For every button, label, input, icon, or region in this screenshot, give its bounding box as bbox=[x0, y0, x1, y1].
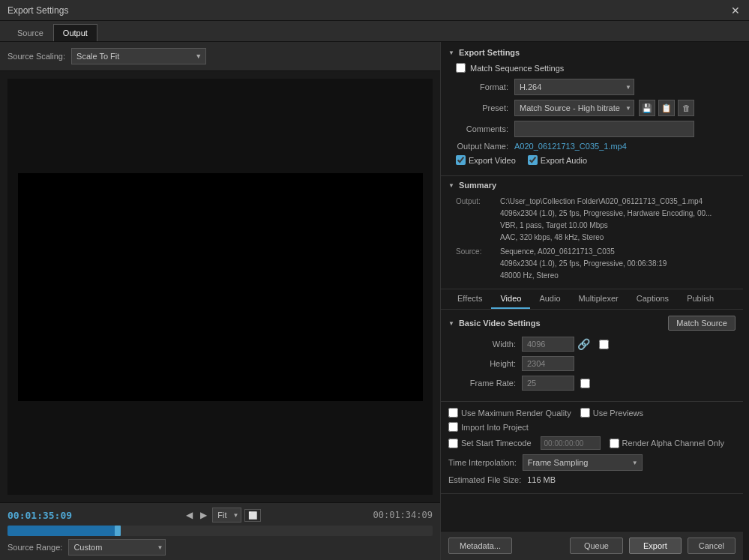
start-timecode-checkbox[interactable] bbox=[448, 439, 458, 448]
tab-source[interactable]: Source bbox=[7, 24, 53, 41]
tab-effects[interactable]: Effects bbox=[448, 289, 491, 309]
summary-source-row: Source: Sequence, A020_06121713_C035 409… bbox=[456, 246, 736, 282]
bvs-header: ▼ Basic Video Settings Match Source bbox=[448, 316, 736, 331]
height-row: Height: bbox=[448, 356, 736, 371]
frame-rate-checkbox[interactable] bbox=[580, 379, 590, 388]
comments-label: Comments: bbox=[456, 124, 508, 133]
playback-handle[interactable] bbox=[115, 526, 121, 536]
export-button[interactable]: Export bbox=[629, 538, 682, 554]
next-frame-button[interactable]: ▶ bbox=[198, 510, 209, 520]
preset-select-wrapper: Match Source - High bitrate ▼ bbox=[514, 100, 634, 116]
bvs-header-left: ▼ Basic Video Settings bbox=[448, 319, 541, 328]
preset-row: Preset: Match Source - High bitrate ▼ 💾 … bbox=[448, 100, 736, 116]
height-input[interactable] bbox=[522, 356, 574, 371]
format-select[interactable]: H.264 bbox=[514, 79, 634, 95]
source-scaling-label: Source Scaling: bbox=[7, 52, 65, 61]
width-row: Width: 🔗 bbox=[448, 337, 736, 352]
delete-preset-button[interactable]: 🗑 bbox=[678, 100, 694, 116]
export-video-label: Export Video bbox=[469, 156, 516, 165]
tab-captions[interactable]: Captions bbox=[628, 289, 678, 309]
timecode-row: Set Start Timecode Render Alpha Channel … bbox=[448, 436, 736, 450]
render-alpha-checkbox[interactable] bbox=[610, 439, 619, 448]
export-checks-row: Export Video Export Audio bbox=[448, 155, 736, 165]
filesize-value: 116 MB bbox=[527, 475, 556, 484]
timecode-right: 00:01:34:09 bbox=[373, 510, 433, 520]
max-render-checkbox[interactable] bbox=[448, 408, 458, 418]
action-buttons: Queue Export Cancel bbox=[570, 538, 736, 554]
output-name-row: Output Name: A020_06121713_C035_1.mp4 bbox=[448, 142, 736, 151]
playback-bar[interactable] bbox=[7, 526, 433, 536]
tab-multiplexer[interactable]: Multiplexer bbox=[570, 289, 628, 309]
timeline-controls: 00:01:35:09 ◀ ▶ Fit ▼ ⬜ 00:01:34:09 bbox=[0, 502, 440, 560]
right-panel: ▼ Export Settings Match Sequence Setting… bbox=[441, 42, 749, 560]
main-layout: Source Scaling: Scale To Fit ▼ 00:01:35:… bbox=[0, 42, 749, 560]
export-audio-checkbox[interactable] bbox=[528, 155, 538, 165]
collapse-icon[interactable]: ▼ bbox=[448, 182, 454, 189]
fit-select[interactable]: Fit bbox=[212, 508, 241, 523]
collapse-icon[interactable]: ▼ bbox=[448, 49, 454, 56]
fullscreen-button[interactable]: ⬜ bbox=[244, 509, 261, 522]
import-preset-button[interactable]: 📋 bbox=[658, 100, 675, 116]
source-range-label: Source Range: bbox=[7, 543, 62, 552]
extra-settings: Use Maximum Render Quality Use Previews … bbox=[441, 402, 743, 494]
timecode-row: 00:01:35:09 ◀ ▶ Fit ▼ ⬜ 00:01:34:09 bbox=[7, 508, 433, 523]
fit-select-wrapper: Fit ▼ bbox=[212, 508, 241, 523]
bottom-buttons: Metadata... Queue Export Cancel bbox=[441, 531, 743, 560]
format-row: Format: H.264 ▼ bbox=[448, 79, 736, 95]
close-button[interactable]: ✕ bbox=[730, 4, 742, 16]
source-range-select[interactable]: Custom bbox=[68, 539, 166, 556]
source-range-select-wrapper: Custom ▼ bbox=[68, 539, 166, 556]
source-range-row: Source Range: Custom ▼ bbox=[7, 539, 433, 556]
prev-frame-button[interactable]: ◀ bbox=[184, 510, 195, 520]
width-label: Width: bbox=[456, 340, 516, 349]
match-sequence-row: Match Sequence Settings bbox=[448, 63, 736, 73]
summary-label: Summary bbox=[459, 181, 496, 190]
queue-button[interactable]: Queue bbox=[570, 538, 623, 554]
export-settings-header: ▼ Export Settings bbox=[448, 48, 736, 57]
import-into-project-check: Import Into Project bbox=[448, 422, 529, 432]
scaling-select-wrapper: Scale To Fit ▼ bbox=[71, 48, 206, 64]
window-title: Export Settings bbox=[7, 5, 68, 16]
export-audio-check: Export Audio bbox=[528, 155, 587, 165]
right-panel-wrapper: ▼ Export Settings Match Sequence Setting… bbox=[441, 42, 749, 560]
metadata-button[interactable]: Metadata... bbox=[448, 538, 512, 554]
width-input[interactable] bbox=[522, 337, 574, 352]
preset-label: Preset: bbox=[456, 103, 508, 112]
match-sequence-checkbox[interactable] bbox=[456, 63, 466, 73]
output-name-link[interactable]: A020_06121713_C035_1.mp4 bbox=[514, 142, 627, 151]
filesize-label: Estimated File Size: bbox=[448, 475, 521, 484]
basic-video-settings-label: Basic Video Settings bbox=[459, 319, 541, 328]
frame-rate-input[interactable] bbox=[522, 376, 574, 391]
tab-output[interactable]: Output bbox=[53, 24, 97, 41]
export-video-checkbox[interactable] bbox=[456, 155, 466, 165]
cancel-button[interactable]: Cancel bbox=[688, 538, 736, 554]
start-timecode-input[interactable] bbox=[541, 436, 601, 450]
summary-output-row: Output: C:\User_top\Collection Folder\A0… bbox=[456, 196, 736, 244]
save-preset-button[interactable]: 💾 bbox=[639, 100, 655, 116]
render-alpha-label: Render Alpha Channel Only bbox=[622, 439, 724, 448]
summary-source-val: Sequence, A020_06121713_C035 4096x2304 (… bbox=[500, 246, 667, 282]
tab-video[interactable]: Video bbox=[491, 289, 530, 309]
comments-input[interactable] bbox=[514, 121, 694, 137]
tab-audio[interactable]: Audio bbox=[530, 289, 569, 309]
import-into-project-label: Import Into Project bbox=[461, 423, 529, 432]
left-panel: Source Scaling: Scale To Fit ▼ 00:01:35:… bbox=[0, 42, 441, 560]
interpolation-row: Time Interpolation: Frame Sampling ▼ bbox=[448, 454, 736, 471]
import-into-project-checkbox[interactable] bbox=[448, 422, 458, 432]
video-tabs-bar: Effects Video Audio Multiplexer Captions… bbox=[441, 289, 743, 310]
scaling-select[interactable]: Scale To Fit bbox=[71, 48, 206, 64]
summary-section: ▼ Summary Output: C:\User_top\Collection… bbox=[441, 176, 743, 289]
filesize-row: Estimated File Size: 116 MB bbox=[448, 475, 736, 484]
summary-source-key: Source: bbox=[456, 246, 497, 282]
tab-publish[interactable]: Publish bbox=[678, 289, 723, 309]
match-sequence-label: Match Sequence Settings bbox=[470, 64, 564, 73]
link-dimensions-icon: 🔗 bbox=[577, 338, 590, 350]
preset-select[interactable]: Match Source - High bitrate bbox=[514, 100, 634, 116]
use-previews-check: Use Previews bbox=[580, 408, 643, 418]
use-previews-checkbox[interactable] bbox=[580, 408, 590, 418]
frame-rate-label: Frame Rate: bbox=[456, 379, 516, 388]
interpolation-select[interactable]: Frame Sampling bbox=[523, 454, 643, 471]
width-checkbox[interactable] bbox=[599, 340, 609, 349]
match-source-button[interactable]: Match Source bbox=[668, 316, 736, 331]
collapse-icon[interactable]: ▼ bbox=[448, 320, 454, 327]
